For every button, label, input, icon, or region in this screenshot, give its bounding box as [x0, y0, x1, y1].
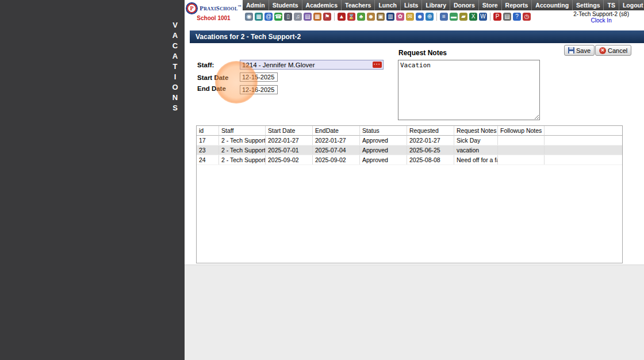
menu-item-reports[interactable]: Reports	[502, 0, 532, 10]
column-header-start-date[interactable]: Start Date	[266, 126, 313, 136]
calendar-icon[interactable]: ▦	[313, 13, 321, 21]
table-cell: 2025-07-04	[313, 145, 360, 155]
column-header-requested[interactable]: Requested	[407, 126, 454, 136]
help-icon[interactable]: ?	[513, 13, 521, 21]
toolbar-divider	[334, 13, 335, 21]
gift-icon[interactable]: ✿	[396, 13, 404, 21]
folder-icon[interactable]: ▰	[459, 13, 467, 21]
table-header: idStaffStart DateEndDateStatusRequestedR…	[197, 126, 622, 136]
logo-wordmark: PraxiSchool	[200, 5, 237, 12]
menu-item-ts[interactable]: TS	[604, 0, 619, 10]
table-cell	[498, 136, 545, 145]
menu-item-lists[interactable]: Lists	[401, 0, 423, 10]
table-cell: Need off for a fa...	[454, 155, 498, 164]
phone-icon[interactable]: ☎	[274, 13, 282, 21]
column-header-request-notes[interactable]: Request Notes	[454, 126, 498, 136]
menu-item-settings[interactable]: Settings	[573, 0, 604, 10]
mobile-phone-icon[interactable]: ▯	[284, 13, 292, 21]
table-cell: Sick Day	[454, 136, 498, 145]
table-row[interactable]: 172 - Tech Support-22022-01-272022-01-27…	[197, 136, 622, 145]
column-header-id[interactable]: id	[197, 126, 219, 136]
id-card-icon[interactable]: ▬	[450, 13, 458, 21]
praxischool-window: VACATIONS P PraxiSchool™ School 1001 Adm…	[0, 0, 644, 360]
staff-dropdown[interactable]: 1214 - Jennifer M.Glover	[240, 60, 384, 70]
table-row[interactable]: 232 - Tech Support-22025-07-012025-07-04…	[197, 145, 622, 155]
table-row[interactable]: 242 - Tech Support-22025-09-022025-09-02…	[197, 155, 622, 165]
menu-item-store[interactable]: Store	[479, 0, 502, 10]
word-icon[interactable]: W	[479, 13, 487, 21]
printer-icon[interactable]: ▤	[503, 13, 511, 21]
table-cell: 2025-09-02	[266, 155, 313, 164]
toolbar-divider	[436, 13, 437, 21]
user-icon[interactable]: ☻	[416, 13, 424, 21]
save-button[interactable]: Save	[564, 45, 595, 56]
logo-area[interactable]: P PraxiSchool™ School 1001	[185, 0, 243, 23]
column-header-status[interactable]: Status	[360, 126, 407, 136]
cancel-button-label: Cancel	[608, 47, 627, 54]
logo-text: PraxiSchool™	[200, 5, 241, 12]
briefcase-icon[interactable]: ▣	[377, 13, 385, 21]
end-date-input[interactable]	[240, 85, 278, 94]
search-icon[interactable]: ◉	[245, 13, 253, 21]
speaker-icon[interactable]: ♫	[294, 13, 302, 21]
table-cell: vacation	[454, 145, 498, 155]
table-cell	[545, 155, 622, 164]
table-cell: Approved	[360, 145, 407, 155]
table-cell	[498, 145, 545, 155]
excel-icon[interactable]: X	[469, 13, 477, 21]
staff-lookup-button[interactable]	[373, 62, 382, 68]
mail-icon[interactable]: ✉	[406, 13, 414, 21]
pdf-icon[interactable]: P	[493, 13, 501, 21]
left-sidebar: VACATIONS	[0, 0, 185, 360]
table-cell: 2025-06-25	[407, 145, 454, 155]
media-icon[interactable]: ▤	[304, 13, 312, 21]
alarm-icon[interactable]: ⌛	[347, 13, 355, 21]
email-at-icon[interactable]: @	[264, 13, 273, 21]
family-icon[interactable]: ☻	[367, 13, 375, 21]
menu-item-teachers[interactable]: Teachers	[342, 0, 375, 10]
table-body: 172 - Tech Support-22022-01-272022-01-27…	[197, 136, 622, 165]
book-icon[interactable]: ▥	[386, 13, 394, 21]
menu-item-accounting[interactable]: Accounting	[532, 0, 573, 10]
leaf-icon[interactable]: ♣	[357, 13, 365, 21]
menu-item-academics[interactable]: Academics	[302, 0, 342, 10]
column-header-empty[interactable]	[545, 126, 622, 136]
menu-item-lunch[interactable]: Lunch	[375, 0, 401, 10]
page-background-bottom	[185, 265, 644, 360]
table-cell: 24	[197, 155, 219, 164]
trademark-symbol: ™	[238, 5, 241, 8]
request-notes-textarea[interactable]: Vacation	[398, 60, 540, 120]
list-icon[interactable]: ≡	[440, 13, 448, 21]
start-date-label: Start Date	[197, 74, 228, 81]
end-date-label: End Date	[197, 85, 226, 92]
menu-item-library[interactable]: Library	[422, 0, 450, 10]
column-header-staff[interactable]: Staff	[219, 126, 266, 136]
save-button-label: Save	[576, 47, 591, 54]
staff-selected-value: 1214 - Jennifer M.Glover	[242, 62, 373, 68]
column-header-enddate[interactable]: EndDate	[313, 126, 360, 136]
toolbar: ◉▦@☎▯♫▤▦⚑▲⌛♣☻▣▥✿✉☻⊕≡▬▰XWP▤?◷ 2-Tech Supp…	[243, 10, 644, 23]
menu-item-students[interactable]: Students	[269, 0, 302, 10]
globe-icon[interactable]: ⊕	[425, 13, 434, 21]
clock-icon[interactable]: ◷	[523, 13, 531, 21]
calendar-grid-icon[interactable]: ▦	[255, 13, 263, 21]
table-cell	[498, 155, 545, 164]
cancel-button[interactable]: Cancel	[595, 45, 631, 56]
table-cell: 2025-07-01	[266, 145, 313, 155]
table-cell: Approved	[360, 155, 407, 164]
table-cell: 2 - Tech Support-2	[219, 145, 266, 155]
announcement-icon[interactable]: ⚑	[323, 13, 331, 21]
cancel-x-icon	[599, 47, 606, 54]
menu-item-logout[interactable]: Logout	[619, 0, 644, 10]
menu-item-admin[interactable]: Admin	[243, 0, 269, 10]
table-header-row: idStaffStart DateEndDateStatusRequestedR…	[197, 126, 622, 136]
start-date-input[interactable]	[240, 72, 278, 82]
table-cell: 2025-08-08	[407, 155, 454, 164]
page-title: Vacations for 2 - Tech Support-2	[190, 30, 644, 43]
user-info: 2-Tech Support-2 (s8) Clock In	[573, 11, 629, 24]
table-cell: 2025-09-02	[313, 155, 360, 164]
table-cell: 23	[197, 145, 219, 155]
menu-item-donors[interactable]: Donors	[450, 0, 479, 10]
graduation-cap-icon[interactable]: ▲	[338, 13, 346, 21]
column-header-followup-notes[interactable]: Followup Notes	[498, 126, 545, 136]
